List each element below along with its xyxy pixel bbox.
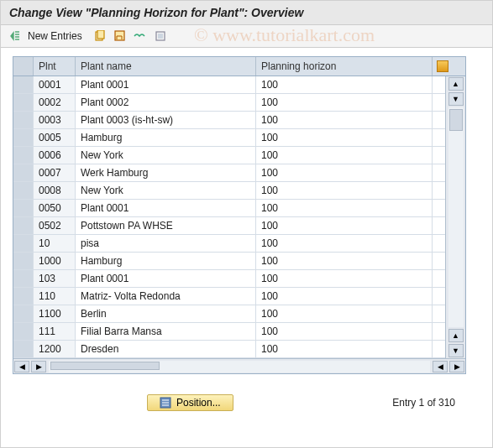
cell-plant-name[interactable]: Berlin — [76, 305, 256, 322]
hscroll-thumb[interactable] — [50, 362, 160, 370]
cell-plnt[interactable]: 1000 — [34, 253, 76, 269]
cell-plant-name[interactable]: Plant 0002 — [76, 94, 256, 111]
table-row[interactable]: 0005Hamburg100 — [13, 129, 445, 147]
cell-plant-name[interactable]: Filial Barra Mansa — [76, 323, 256, 340]
vscroll-track[interactable] — [448, 107, 464, 327]
hscroll-track[interactable] — [49, 361, 430, 372]
scroll-right-button[interactable]: ▶ — [449, 361, 464, 372]
cell-plnt[interactable]: 10 — [34, 235, 76, 252]
row-selector[interactable] — [13, 112, 34, 128]
table-row[interactable]: 1000Hamburg100 — [13, 253, 445, 270]
cell-plnt[interactable]: 1100 — [34, 305, 76, 322]
cell-plant-name[interactable]: Dresden — [76, 341, 256, 357]
scroll-right-step-button[interactable]: ▶ — [31, 361, 46, 372]
row-selector[interactable] — [13, 235, 34, 252]
table-row[interactable]: 0002Plant 0002100 — [13, 94, 445, 112]
grid-configure-button[interactable] — [433, 57, 453, 76]
vertical-scrollbar[interactable]: ▲ ▼ ▲ ▼ — [445, 76, 465, 358]
cell-plant-name[interactable]: Plant 0001 — [76, 76, 256, 93]
cell-plnt[interactable]: 0003 — [34, 112, 76, 128]
cell-planning-horizon[interactable]: 100 — [256, 217, 433, 234]
select-all-icon[interactable] — [153, 29, 168, 44]
cell-plnt[interactable]: 0001 — [34, 76, 76, 93]
copy-as-icon[interactable] — [113, 29, 128, 44]
scroll-bottom-up-button[interactable]: ▲ — [448, 329, 464, 342]
cell-planning-horizon[interactable]: 100 — [256, 164, 433, 181]
row-selector[interactable] — [13, 323, 34, 340]
cell-plant-name[interactable]: Pottstown PA WHSE — [76, 217, 256, 234]
cell-plant-name[interactable]: Hamburg — [76, 129, 256, 146]
grid-select-all-header[interactable] — [13, 57, 34, 76]
row-selector[interactable] — [13, 182, 34, 199]
row-selector[interactable] — [13, 94, 34, 111]
cell-planning-horizon[interactable]: 100 — [256, 235, 433, 252]
position-button[interactable]: Position... — [147, 394, 233, 411]
column-header-plant-name[interactable]: Plant name — [76, 57, 256, 76]
cell-plnt[interactable]: 0008 — [34, 182, 76, 199]
column-header-planning-horizon[interactable]: Planning horizon — [256, 57, 433, 76]
cell-plant-name[interactable]: pisa — [76, 235, 256, 252]
table-row[interactable]: 110Matriz- Volta Redonda100 — [13, 288, 445, 305]
cell-planning-horizon[interactable]: 100 — [256, 200, 433, 216]
row-selector[interactable] — [13, 341, 34, 357]
row-selector[interactable] — [13, 305, 34, 322]
row-selector[interactable] — [13, 200, 34, 216]
cell-planning-horizon[interactable]: 100 — [256, 112, 433, 128]
cell-planning-horizon[interactable]: 100 — [256, 94, 433, 111]
cell-plnt[interactable]: 0006 — [34, 147, 76, 164]
cell-plnt[interactable]: 0007 — [34, 164, 76, 181]
row-selector[interactable] — [13, 164, 34, 181]
table-row[interactable]: 0050Plant 0001100 — [13, 200, 445, 217]
cell-plant-name[interactable]: New York — [76, 147, 256, 164]
table-row[interactable]: 10pisa100 — [13, 235, 445, 253]
horizontal-scrollbar[interactable]: ◀ ▶ ◀ ▶ — [13, 358, 465, 373]
table-row[interactable]: 0502Pottstown PA WHSE100 — [13, 217, 445, 235]
cell-planning-horizon[interactable]: 100 — [256, 129, 433, 146]
table-row[interactable]: 103Plant 0001100 — [13, 270, 445, 288]
row-selector[interactable] — [13, 129, 34, 146]
undo-change-icon[interactable] — [133, 29, 148, 44]
cell-planning-horizon[interactable]: 100 — [256, 288, 433, 305]
cell-planning-horizon[interactable]: 100 — [256, 253, 433, 269]
scroll-down-button[interactable]: ▼ — [448, 92, 464, 106]
cell-plnt[interactable]: 0050 — [34, 200, 76, 216]
cell-plnt[interactable]: 0002 — [34, 94, 76, 111]
row-selector[interactable] — [13, 217, 34, 234]
toggle-icon[interactable] — [8, 29, 23, 44]
cell-planning-horizon[interactable]: 100 — [256, 305, 433, 322]
table-row[interactable]: 1200Dresden100 — [13, 341, 445, 358]
table-row[interactable]: 1100Berlin100 — [13, 305, 445, 323]
cell-planning-horizon[interactable]: 100 — [256, 341, 433, 357]
cell-plant-name[interactable]: New York — [76, 182, 256, 199]
cell-plnt[interactable]: 0005 — [34, 129, 76, 146]
cell-plant-name[interactable]: Plant 0001 — [76, 270, 256, 287]
scroll-left-button[interactable]: ◀ — [14, 361, 29, 372]
cell-plant-name[interactable]: Hamburg — [76, 253, 256, 269]
vscroll-thumb[interactable] — [449, 109, 463, 131]
row-selector[interactable] — [13, 147, 34, 164]
scroll-bottom-down-button[interactable]: ▼ — [448, 344, 464, 357]
table-row[interactable]: 0003Plant 0003 (is-ht-sw)100 — [13, 112, 445, 129]
table-row[interactable]: 0001Plant 0001100 — [13, 76, 445, 94]
table-row[interactable]: 0006New York100 — [13, 147, 445, 164]
row-selector[interactable] — [13, 288, 34, 305]
copy-icon[interactable] — [92, 29, 108, 44]
cell-plnt[interactable]: 1200 — [34, 341, 76, 357]
cell-planning-horizon[interactable]: 100 — [256, 76, 433, 93]
scroll-up-button[interactable]: ▲ — [448, 77, 464, 91]
cell-plnt[interactable]: 111 — [34, 323, 76, 340]
row-selector[interactable] — [13, 270, 34, 287]
cell-planning-horizon[interactable]: 100 — [256, 147, 433, 164]
table-row[interactable]: 0008New York100 — [13, 182, 445, 200]
column-header-plnt[interactable]: Plnt — [34, 57, 76, 76]
row-selector[interactable] — [13, 253, 34, 269]
cell-planning-horizon[interactable]: 100 — [256, 323, 433, 340]
cell-planning-horizon[interactable]: 100 — [256, 182, 433, 199]
table-row[interactable]: 111Filial Barra Mansa100 — [13, 323, 445, 341]
cell-plant-name[interactable]: Plant 0001 — [76, 200, 256, 216]
cell-plant-name[interactable]: Plant 0003 (is-ht-sw) — [76, 112, 256, 128]
cell-plnt[interactable]: 110 — [34, 288, 76, 305]
cell-plnt[interactable]: 0502 — [34, 217, 76, 234]
table-row[interactable]: 0007Werk Hamburg100 — [13, 164, 445, 182]
cell-plnt[interactable]: 103 — [34, 270, 76, 287]
